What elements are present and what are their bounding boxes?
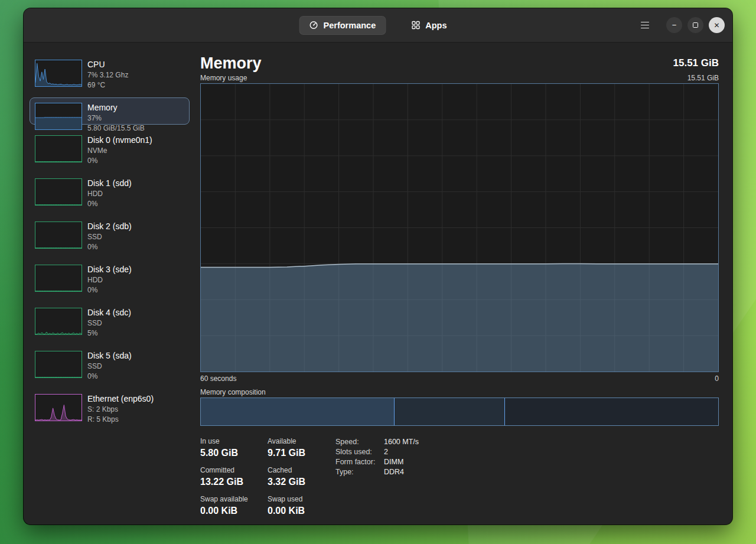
minimize-button[interactable]: − [666,17,682,33]
sidebar-item-disk1[interactable]: Disk 1 (sdd) HDD 0% [35,178,184,206]
info-slots-used: Slots used: 2 [335,447,419,457]
sidebar-item-title: Disk 0 (nvme0n1) [87,135,152,145]
titlebar: Performance Apps − [24,8,732,43]
sidebar-item-title: CPU [87,60,128,70]
memory-composition-segment-in-use [201,398,395,425]
tab-apps-label: Apps [425,21,447,30]
stat-in-use: In use 5.80 GiB [200,437,268,458]
app-grid-icon [411,21,420,30]
stats-column-1: In use 5.80 GiB Committed 13.22 GiB Swap… [200,437,268,524]
stat-cached: Cached 3.32 GiB [268,466,335,487]
sidebar-item-title: Disk 3 (sde) [87,265,132,275]
stat-committed: Committed 13.22 GiB [200,466,268,487]
disk5-graph-thumbnail [35,351,82,378]
sidebar-item-line2: 5% [87,328,131,338]
hamburger-icon [641,22,649,23]
menu-button[interactable] [636,17,654,34]
sidebar-item-line1: S: 2 Kbps [87,405,154,415]
sidebar-item-disk5[interactable]: Disk 5 (sda) SSD 0% [35,351,184,378]
sidebar-item-title: Ethernet (enp6s0) [87,394,154,404]
memory-composition-segment-cached [395,398,505,425]
speedometer-icon [309,21,318,30]
sidebar-item-line2: R: 5 Kbps [87,415,154,425]
info-form-factor: Form factor: DIMM [335,457,419,467]
sidebar-item-line1: SSD [87,318,131,328]
memory-graph-thumbnail [35,103,82,130]
sidebar-item-disk2[interactable]: Disk 2 (sdb) SSD 0% [35,221,184,249]
sidebar-item-line1: 37% [87,113,145,123]
view-switcher: Performance Apps [299,16,457,35]
memory-header: Memory 15.51 GiB [200,53,719,74]
stat-swap-used: Swap used 0.00 KiB [268,495,335,516]
sidebar-item-line1: NVMe [87,146,152,156]
time-span-label: 60 seconds [200,374,236,383]
memory-composition-bar [200,398,719,426]
graph-axis-row: 60 seconds 0 [200,374,719,383]
memory-total: 15.51 GiB [673,57,719,69]
memory-composition-label: Memory composition [200,388,266,396]
ethernet-graph-thumbnail [35,394,82,421]
sidebar-item-ethernet[interactable]: Ethernet (enp6s0) S: 2 Kbps R: 5 Kbps [35,394,184,421]
sidebar-item-line2: 0% [87,199,132,209]
sidebar-item-memory[interactable]: Memory 37% 5.80 GiB/15.5 GiB [30,97,190,125]
sidebar-item-line2: 0% [87,242,132,252]
graph-label-row: Memory usage 15.51 GiB [200,74,719,83]
close-button[interactable]: ✕ [709,17,725,33]
sidebar-item-line1: HDD [87,275,132,285]
disk1-graph-thumbnail [35,178,82,206]
sidebar-item-line2: 0% [87,285,132,295]
sidebar-item-line1: SSD [87,361,132,372]
disk4-graph-thumbnail [35,308,82,335]
tab-apps[interactable]: Apps [401,16,457,35]
sidebar-item-line2: 69 °C [87,80,128,90]
sidebar-item-disk0[interactable]: Disk 0 (nvme0n1) NVMe 0% [35,135,184,162]
info-type: Type: DDR4 [335,467,419,477]
sidebar-item-disk3[interactable]: Disk 3 (sde) HDD 0% [35,265,184,292]
cpu-graph-thumbnail [35,60,82,87]
memory-composition-segment-free [505,398,718,425]
sidebar-item-title: Disk 5 (sda) [87,351,132,361]
maximize-icon [693,22,698,28]
memory-usage-graph [200,83,719,372]
disk0-graph-thumbnail [35,135,82,162]
sidebar-item-title: Disk 2 (sdb) [87,221,132,232]
disk3-graph-thumbnail [35,265,82,292]
sidebar-item-cpu[interactable]: CPU 7% 3.12 Ghz 69 °C [35,60,184,87]
sidebar-item-line1: 7% 3.12 Ghz [87,70,128,80]
stat-available: Available 9.71 GiB [268,437,335,458]
sidebar-item-line1: HDD [87,189,132,199]
close-icon: ✕ [713,22,719,29]
graph-max-label: 15.51 GiB [687,74,719,83]
sidebar-item-title: Disk 4 (sdc) [87,308,131,318]
mission-center-window: Performance Apps − [24,8,732,525]
page-title: Memory [200,54,262,73]
performance-sidebar: CPU 7% 3.12 Ghz 69 °C Memory 37% 5.80 Gi… [24,43,200,525]
sidebar-item-line2: 0% [87,372,132,382]
memory-usage-chart [201,84,718,372]
tab-performance[interactable]: Performance [299,16,386,35]
stat-swap-available: Swap available 0.00 KiB [200,495,268,516]
sidebar-item-title: Memory [87,103,145,113]
hardware-info: Speed: 1600 MT/s Slots used: 2 Form fact… [335,437,419,524]
time-zero-label: 0 [715,374,719,383]
memory-usage-area [201,264,718,372]
sidebar-item-disk4[interactable]: Disk 4 (sdc) SSD 5% [35,308,184,335]
window-controls: − ✕ [636,17,725,34]
sidebar-item-line2: 5.80 GiB/15.5 GiB [87,123,145,133]
tab-performance-label: Performance [324,21,376,30]
maximize-button[interactable] [687,17,703,33]
sidebar-item-line2: 0% [87,156,152,166]
sidebar-item-title: Disk 1 (sdd) [87,178,132,188]
info-speed: Speed: 1600 MT/s [335,437,419,447]
memory-detail-pane: Memory 15.51 GiB Memory usage 15.51 GiB … [200,43,719,525]
stats-column-2: Available 9.71 GiB Cached 3.32 GiB Swap … [268,437,335,524]
sidebar-item-line1: SSD [87,232,132,242]
minimize-icon: − [672,21,677,29]
memory-usage-label: Memory usage [200,74,247,83]
memory-stats: In use 5.80 GiB Committed 13.22 GiB Swap… [200,437,719,524]
disk2-graph-thumbnail [35,221,82,249]
